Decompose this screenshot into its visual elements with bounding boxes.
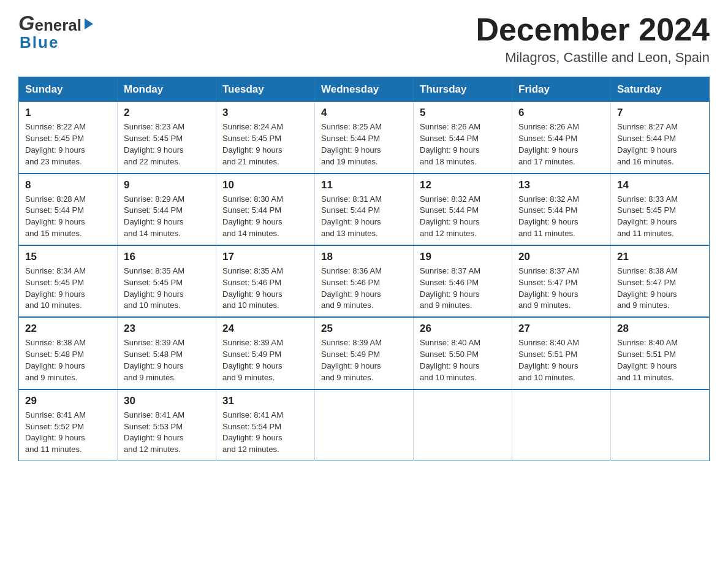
day-info: Sunrise: 8:33 AMSunset: 5:45 PMDaylight:…	[617, 194, 703, 240]
day-number: 4	[321, 107, 407, 119]
logo-blue-text: Blue	[20, 33, 59, 52]
calendar-cell: 6Sunrise: 8:26 AMSunset: 5:44 PMDaylight…	[512, 102, 611, 173]
day-info: Sunrise: 8:32 AMSunset: 5:44 PMDaylight:…	[420, 194, 506, 240]
title-block: December 2024 Milagros, Castille and Leo…	[476, 12, 710, 66]
calendar-week-row: 8Sunrise: 8:28 AMSunset: 5:44 PMDaylight…	[19, 174, 710, 245]
day-number: 25	[321, 323, 407, 335]
calendar-cell: 18Sunrise: 8:36 AMSunset: 5:46 PMDayligh…	[315, 245, 414, 317]
day-number: 14	[617, 179, 703, 191]
day-of-week-header: Wednesday	[315, 77, 414, 102]
calendar-cell: 30Sunrise: 8:41 AMSunset: 5:53 PMDayligh…	[118, 389, 216, 461]
day-number: 27	[518, 323, 604, 335]
day-info: Sunrise: 8:37 AMSunset: 5:47 PMDaylight:…	[518, 266, 604, 312]
month-title: December 2024	[476, 12, 710, 47]
day-info: Sunrise: 8:41 AMSunset: 5:52 PMDaylight:…	[25, 410, 111, 456]
calendar-cell: 16Sunrise: 8:35 AMSunset: 5:45 PMDayligh…	[118, 245, 216, 317]
day-number: 31	[222, 395, 308, 407]
calendar-cell: 9Sunrise: 8:29 AMSunset: 5:44 PMDaylight…	[118, 174, 216, 245]
day-info: Sunrise: 8:30 AMSunset: 5:44 PMDaylight:…	[222, 194, 308, 240]
calendar-cell: 10Sunrise: 8:30 AMSunset: 5:44 PMDayligh…	[216, 174, 315, 245]
day-number: 17	[222, 251, 308, 263]
calendar-cell: 31Sunrise: 8:41 AMSunset: 5:54 PMDayligh…	[216, 389, 315, 461]
calendar-cell: 14Sunrise: 8:33 AMSunset: 5:45 PMDayligh…	[611, 174, 710, 245]
day-info: Sunrise: 8:41 AMSunset: 5:53 PMDaylight:…	[124, 410, 210, 456]
calendar-cell: 19Sunrise: 8:37 AMSunset: 5:46 PMDayligh…	[414, 245, 512, 317]
day-number: 10	[222, 179, 308, 191]
day-number: 20	[518, 251, 604, 263]
day-info: Sunrise: 8:28 AMSunset: 5:44 PMDaylight:…	[25, 194, 111, 240]
day-number: 30	[124, 395, 210, 407]
calendar-cell: 20Sunrise: 8:37 AMSunset: 5:47 PMDayligh…	[512, 245, 611, 317]
day-number: 29	[25, 395, 111, 407]
calendar-cell: 1Sunrise: 8:22 AMSunset: 5:45 PMDaylight…	[19, 102, 118, 173]
day-info: Sunrise: 8:32 AMSunset: 5:44 PMDaylight:…	[518, 194, 604, 240]
calendar-week-row: 15Sunrise: 8:34 AMSunset: 5:45 PMDayligh…	[19, 245, 710, 317]
day-info: Sunrise: 8:38 AMSunset: 5:47 PMDaylight:…	[617, 266, 703, 312]
day-info: Sunrise: 8:39 AMSunset: 5:49 PMDaylight:…	[321, 337, 407, 383]
day-info: Sunrise: 8:22 AMSunset: 5:45 PMDaylight:…	[25, 121, 111, 167]
calendar-cell: 7Sunrise: 8:27 AMSunset: 5:44 PMDaylight…	[611, 102, 710, 173]
day-number: 22	[25, 323, 111, 335]
calendar-cell: 13Sunrise: 8:32 AMSunset: 5:44 PMDayligh…	[512, 174, 611, 245]
calendar-cell: 15Sunrise: 8:34 AMSunset: 5:45 PMDayligh…	[19, 245, 118, 317]
calendar-cell: 22Sunrise: 8:38 AMSunset: 5:48 PMDayligh…	[19, 317, 118, 389]
day-number: 8	[25, 179, 111, 191]
calendar-cell: 3Sunrise: 8:24 AMSunset: 5:45 PMDaylight…	[216, 102, 315, 173]
calendar-cell	[512, 389, 611, 461]
calendar-cell: 5Sunrise: 8:26 AMSunset: 5:44 PMDaylight…	[414, 102, 512, 173]
calendar-cell: 26Sunrise: 8:40 AMSunset: 5:50 PMDayligh…	[414, 317, 512, 389]
day-number: 21	[617, 251, 703, 263]
calendar-cell: 12Sunrise: 8:32 AMSunset: 5:44 PMDayligh…	[414, 174, 512, 245]
day-info: Sunrise: 8:38 AMSunset: 5:48 PMDaylight:…	[25, 337, 111, 383]
calendar-week-row: 29Sunrise: 8:41 AMSunset: 5:52 PMDayligh…	[19, 389, 710, 461]
day-of-week-header: Thursday	[414, 77, 512, 102]
day-of-week-header: Tuesday	[216, 77, 315, 102]
calendar-cell: 4Sunrise: 8:25 AMSunset: 5:44 PMDaylight…	[315, 102, 414, 173]
calendar-cell: 11Sunrise: 8:31 AMSunset: 5:44 PMDayligh…	[315, 174, 414, 245]
day-info: Sunrise: 8:25 AMSunset: 5:44 PMDaylight:…	[321, 121, 407, 167]
calendar-cell: 8Sunrise: 8:28 AMSunset: 5:44 PMDaylight…	[19, 174, 118, 245]
calendar-cell	[414, 389, 512, 461]
calendar-cell: 17Sunrise: 8:35 AMSunset: 5:46 PMDayligh…	[216, 245, 315, 317]
day-info: Sunrise: 8:35 AMSunset: 5:45 PMDaylight:…	[124, 266, 210, 312]
day-number: 24	[222, 323, 308, 335]
days-header-row: SundayMondayTuesdayWednesdayThursdayFrid…	[19, 77, 710, 102]
day-info: Sunrise: 8:40 AMSunset: 5:51 PMDaylight:…	[617, 337, 703, 383]
calendar-cell: 21Sunrise: 8:38 AMSunset: 5:47 PMDayligh…	[611, 245, 710, 317]
day-info: Sunrise: 8:23 AMSunset: 5:45 PMDaylight:…	[124, 121, 210, 167]
day-info: Sunrise: 8:34 AMSunset: 5:45 PMDaylight:…	[25, 266, 111, 312]
day-info: Sunrise: 8:31 AMSunset: 5:44 PMDaylight:…	[321, 194, 407, 240]
calendar-cell: 23Sunrise: 8:39 AMSunset: 5:48 PMDayligh…	[118, 317, 216, 389]
day-number: 28	[617, 323, 703, 335]
calendar-cell: 2Sunrise: 8:23 AMSunset: 5:45 PMDaylight…	[118, 102, 216, 173]
day-of-week-header: Sunday	[19, 77, 118, 102]
day-number: 11	[321, 179, 407, 191]
calendar-week-row: 1Sunrise: 8:22 AMSunset: 5:45 PMDaylight…	[19, 102, 710, 173]
day-info: Sunrise: 8:40 AMSunset: 5:50 PMDaylight:…	[420, 337, 506, 383]
calendar-week-row: 22Sunrise: 8:38 AMSunset: 5:48 PMDayligh…	[19, 317, 710, 389]
day-info: Sunrise: 8:27 AMSunset: 5:44 PMDaylight:…	[617, 121, 703, 167]
day-of-week-header: Saturday	[611, 77, 710, 102]
day-number: 1	[25, 107, 111, 119]
calendar-cell: 24Sunrise: 8:39 AMSunset: 5:49 PMDayligh…	[216, 317, 315, 389]
logo-g-letter: G	[18, 12, 34, 33]
day-info: Sunrise: 8:35 AMSunset: 5:46 PMDaylight:…	[222, 266, 308, 312]
calendar-cell: 29Sunrise: 8:41 AMSunset: 5:52 PMDayligh…	[19, 389, 118, 461]
day-number: 9	[124, 179, 210, 191]
day-number: 12	[420, 179, 506, 191]
day-number: 16	[124, 251, 210, 263]
day-number: 15	[25, 251, 111, 263]
day-of-week-header: Monday	[118, 77, 216, 102]
calendar-table: SundayMondayTuesdayWednesdayThursdayFrid…	[18, 77, 710, 461]
logo: G eneral Blue	[18, 12, 93, 52]
day-info: Sunrise: 8:41 AMSunset: 5:54 PMDaylight:…	[222, 410, 308, 456]
day-of-week-header: Friday	[512, 77, 611, 102]
day-number: 3	[222, 107, 308, 119]
day-info: Sunrise: 8:36 AMSunset: 5:46 PMDaylight:…	[321, 266, 407, 312]
day-number: 18	[321, 251, 407, 263]
logo-eneral-text: eneral	[34, 17, 82, 33]
page-header: G eneral Blue December 2024 Milagros, Ca…	[18, 12, 710, 66]
calendar-cell: 28Sunrise: 8:40 AMSunset: 5:51 PMDayligh…	[611, 317, 710, 389]
day-number: 26	[420, 323, 506, 335]
day-info: Sunrise: 8:40 AMSunset: 5:51 PMDaylight:…	[518, 337, 604, 383]
